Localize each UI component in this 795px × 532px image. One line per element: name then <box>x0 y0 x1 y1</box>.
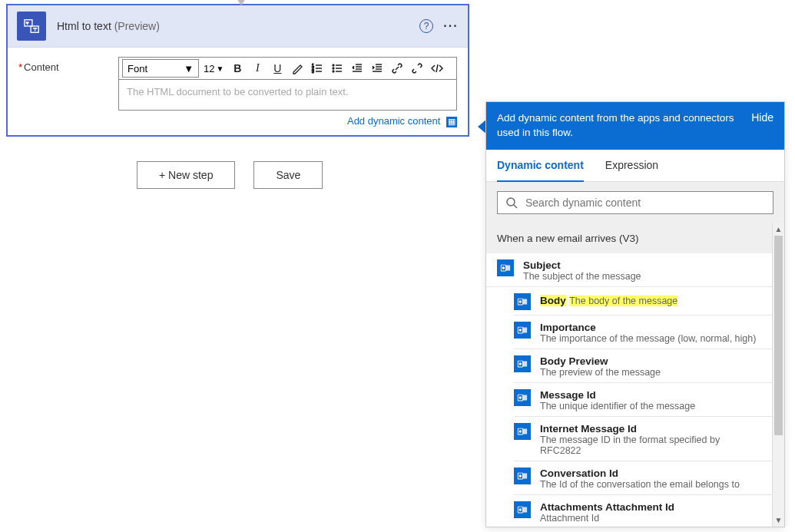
rich-text-toolbar: Font▼ 12▼ B I U 123 <box>118 57 457 80</box>
bullet-list-icon[interactable] <box>328 59 346 78</box>
outlook-icon <box>514 423 531 440</box>
dc-item-desc: The importance of the message (low, norm… <box>540 333 761 344</box>
add-dynamic-plus-icon[interactable]: ▦ <box>446 117 457 127</box>
svg-point-39 <box>519 508 522 511</box>
outlook-icon <box>514 501 531 518</box>
outlook-icon <box>514 293 531 310</box>
outlook-icon <box>514 322 531 339</box>
scroll-thumb[interactable] <box>774 236 783 435</box>
numbered-list-icon[interactable]: 123 <box>308 59 326 78</box>
bold-icon[interactable]: B <box>228 59 247 78</box>
outlook-icon <box>514 355 531 372</box>
dc-item[interactable]: Subject The subject of the message <box>486 253 772 287</box>
card-header[interactable]: Html to text (Preview) ? ··· <box>8 5 468 48</box>
dc-item-title: Subject <box>523 259 761 271</box>
dynamic-content-panel: Add dynamic content from the apps and co… <box>485 101 785 527</box>
hide-button[interactable]: Hide <box>751 111 773 124</box>
dc-item-title: Attachments Attachment Id <box>540 501 761 513</box>
add-dynamic-content-link[interactable]: Add dynamic content <box>347 115 440 127</box>
svg-rect-16 <box>523 299 527 304</box>
search-box[interactable] <box>497 191 773 214</box>
dc-item-desc: The preview of the message <box>540 367 761 378</box>
svg-point-15 <box>519 300 522 303</box>
link-icon[interactable] <box>388 59 406 78</box>
outlook-icon <box>497 259 514 276</box>
svg-point-7 <box>333 71 334 72</box>
dc-item-desc: The unique identifier of the message <box>540 401 761 411</box>
outlook-icon <box>514 389 531 406</box>
svg-rect-12 <box>506 265 510 270</box>
dc-tabs: Dynamic content Expression <box>486 150 784 182</box>
scrollbar[interactable]: ▲ ▼ <box>772 223 784 527</box>
dc-item[interactable]: Body Preview The preview of the message <box>514 349 772 383</box>
dc-item-desc: The subject of the message <box>523 271 761 282</box>
card-body: *Content Font▼ 12▼ B I U 123 T <box>8 48 468 135</box>
dc-item[interactable]: Body The body of the message <box>514 287 772 316</box>
italic-icon[interactable]: I <box>248 59 267 78</box>
svg-text:3: 3 <box>312 69 314 74</box>
svg-point-19 <box>519 329 522 332</box>
pen-icon[interactable] <box>288 59 306 78</box>
more-icon[interactable]: ··· <box>443 18 459 34</box>
content-label: *Content <box>18 57 118 73</box>
unlink-icon[interactable] <box>408 59 426 78</box>
dc-item[interactable]: Message Id The unique identifier of the … <box>514 383 772 417</box>
svg-rect-28 <box>523 395 527 400</box>
card-title: Html to text (Preview) <box>57 20 160 32</box>
dc-item-title: Conversation Id <box>540 468 761 479</box>
dc-item[interactable]: Attachments Attachment Id Attachment Id <box>514 495 772 527</box>
action-card: Html to text (Preview) ? ··· *Content Fo… <box>6 4 469 137</box>
scroll-down-icon[interactable]: ▼ <box>773 514 784 527</box>
action-icon <box>17 12 46 41</box>
svg-point-23 <box>519 362 522 365</box>
content-input[interactable]: The HTML document to be converted to pla… <box>118 80 457 111</box>
svg-rect-40 <box>523 507 527 512</box>
dc-item[interactable]: Internet Message Id The message ID in th… <box>514 417 772 461</box>
dc-list: When a new email arrives (V3) Subject Th… <box>486 223 772 527</box>
dc-item-desc: The body of the message <box>569 296 677 306</box>
search-icon <box>505 197 518 209</box>
dc-section-title: When a new email arrives (V3) <box>486 223 772 253</box>
dc-item[interactable]: Importance The importance of the message… <box>514 316 772 349</box>
search-input[interactable] <box>525 197 765 209</box>
dc-item-title: Message Id <box>540 389 761 401</box>
svg-point-31 <box>519 430 522 433</box>
font-select[interactable]: Font▼ <box>122 59 199 78</box>
dc-item-title: Importance <box>540 322 761 333</box>
indent-icon[interactable] <box>368 59 386 78</box>
font-size-select[interactable]: 12▼ <box>200 63 227 74</box>
dc-panel-header: Add dynamic content from the apps and co… <box>486 102 784 150</box>
svg-point-27 <box>519 396 522 399</box>
save-button[interactable]: Save <box>253 161 323 189</box>
svg-point-35 <box>519 474 522 477</box>
dc-item-desc: The Id of the conversation the email bel… <box>540 479 761 490</box>
help-icon[interactable]: ? <box>419 18 434 34</box>
dc-item[interactable]: Conversation Id The Id of the conversati… <box>514 461 772 495</box>
dc-item-title: Body Preview <box>540 355 761 367</box>
svg-point-5 <box>333 64 334 66</box>
dc-item-desc: Attachment Id <box>540 513 761 524</box>
new-step-button[interactable]: + New step <box>137 161 235 189</box>
code-view-icon[interactable] <box>428 59 446 78</box>
svg-rect-36 <box>523 473 527 478</box>
dc-item-title: Body <box>540 295 566 306</box>
connector-arrow-icon <box>235 0 247 5</box>
svg-rect-32 <box>523 428 527 434</box>
scroll-up-icon[interactable]: ▲ <box>773 223 784 236</box>
dc-header-text: Add dynamic content from the apps and co… <box>497 111 742 140</box>
underline-icon[interactable]: U <box>268 59 287 78</box>
dc-item-title: Internet Message Id <box>540 423 761 435</box>
svg-point-11 <box>502 266 505 269</box>
outdent-icon[interactable] <box>348 59 366 78</box>
tab-dynamic-content[interactable]: Dynamic content <box>497 150 584 182</box>
outlook-icon <box>514 468 531 484</box>
svg-point-8 <box>507 198 515 206</box>
svg-rect-20 <box>523 327 527 332</box>
svg-point-6 <box>333 68 334 69</box>
tab-expression[interactable]: Expression <box>605 150 658 181</box>
svg-rect-24 <box>523 361 527 366</box>
dc-item-desc: The message ID in the format specified b… <box>540 435 761 456</box>
